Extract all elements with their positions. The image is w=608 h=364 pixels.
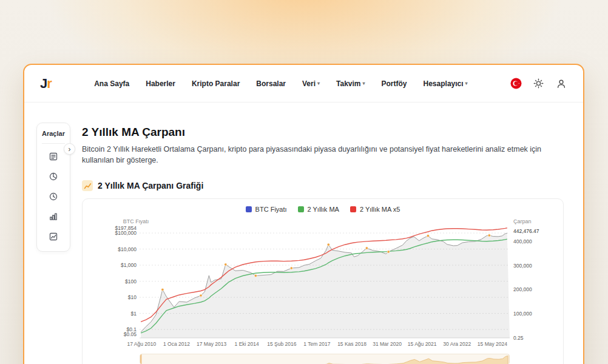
svg-text:$1,000: $1,000 <box>121 262 137 268</box>
line-chart-icon[interactable] <box>37 226 70 246</box>
svg-text:400,000: 400,000 <box>513 238 532 244</box>
svg-text:1 Oca 2012: 1 Oca 2012 <box>163 341 190 347</box>
nav-takvim-label: Takvim <box>336 79 360 88</box>
nav-hesaplayici[interactable]: Hesaplayıcı▾ <box>424 79 468 88</box>
legend-btc-price[interactable]: BTC Fiyatı <box>246 206 287 213</box>
nav-portfoy[interactable]: Portföy <box>382 79 407 88</box>
logo-accent-letter: r <box>47 76 52 91</box>
svg-text:$100: $100 <box>125 278 137 285</box>
page-title: 2 Yıllık MA Çarpanı <box>82 126 564 139</box>
svg-text:17 May 2013: 17 May 2013 <box>197 341 226 347</box>
sidebar-expand-button[interactable]: › <box>64 143 75 155</box>
nav-ana-sayfa[interactable]: Ana Sayfa <box>94 79 129 88</box>
svg-text:31 Mar 2020: 31 Mar 2020 <box>373 341 402 347</box>
svg-text:17 Ağu 2010: 17 Ağu 2010 <box>127 341 157 347</box>
svg-text:Çarpan: Çarpan <box>513 220 532 224</box>
svg-text:$10: $10 <box>128 294 137 300</box>
app-window: Jr Ana Sayfa Haberler Kripto Paralar Bor… <box>23 64 584 364</box>
chart-section-title: 2 Yıllık MA Çarpanı Grafiği <box>98 181 203 190</box>
chevron-down-icon: ▾ <box>317 81 320 86</box>
legend-swatch <box>350 206 356 212</box>
svg-text:200,000: 200,000 <box>513 286 532 292</box>
page-description: Bitcoin 2 Yıllık Hareketli Ortalama Çarp… <box>82 144 564 166</box>
svg-text:$1: $1 <box>131 311 137 317</box>
svg-text:100,000: 100,000 <box>513 311 532 317</box>
svg-text:300,000: 300,000 <box>513 263 532 269</box>
legend-2y-ma[interactable]: 2 Yıllık MA <box>298 206 339 213</box>
logo-dark-letter: J <box>40 76 47 91</box>
chart-card: BTC Fiyatı 2 Yıllık MA 2 Yıllık MA x5 BT… <box>82 198 564 364</box>
nav-haberler[interactable]: Haberler <box>146 79 175 88</box>
turkish-flag-icon[interactable] <box>510 78 522 90</box>
divider <box>42 143 65 144</box>
chart-section-icon <box>82 180 93 191</box>
sidebar-title: Araçlar <box>37 123 70 143</box>
tools-sidebar: Araçlar › <box>36 123 70 252</box>
svg-text:15 Şub 2016: 15 Şub 2016 <box>267 341 296 347</box>
legend-label: 2 Yıllık MA <box>308 206 339 213</box>
legend-swatch <box>298 206 304 212</box>
navbar-actions <box>510 78 567 90</box>
main-content: 2 Yıllık MA Çarpanı Bitcoin 2 Yıllık Har… <box>82 103 564 364</box>
nav-takvim[interactable]: Takvim▾ <box>336 79 365 88</box>
chevron-down-icon: ▾ <box>465 81 468 86</box>
svg-text:15 Ağu 2021: 15 Ağu 2021 <box>408 341 437 347</box>
nav-borsalar[interactable]: Borsalar <box>256 79 286 88</box>
navbar: Jr Ana Sayfa Haberler Kripto Paralar Bor… <box>24 65 583 103</box>
svg-text:$0.05: $0.05 <box>124 331 137 337</box>
main-nav: Ana Sayfa Haberler Kripto Paralar Borsal… <box>94 79 467 88</box>
legend-label: BTC Fiyatı <box>255 206 287 213</box>
svg-text:15 May 2024: 15 May 2024 <box>478 341 507 347</box>
nav-veri[interactable]: Veri▾ <box>302 79 320 88</box>
svg-text:30 Ara 2022: 30 Ara 2022 <box>443 341 471 347</box>
user-icon[interactable] <box>555 78 567 90</box>
svg-text:15 Kas 2018: 15 Kas 2018 <box>337 341 366 347</box>
svg-text:BTC Fiyatı: BTC Fiyatı <box>123 220 149 224</box>
bar-chart-icon[interactable] <box>37 206 70 226</box>
svg-text:442,476.47: 442,476.47 <box>513 228 539 234</box>
pie-chart-icon[interactable] <box>37 166 70 186</box>
legend-swatch <box>246 206 252 212</box>
svg-text:$100,000: $100,000 <box>115 230 137 236</box>
svg-text:1 Tem 2017: 1 Tem 2017 <box>303 341 331 347</box>
legend-2y-ma-x5[interactable]: 2 Yıllık MA x5 <box>350 206 400 213</box>
svg-text:0.25: 0.25 <box>513 335 524 341</box>
chart-legend: BTC Fiyatı 2 Yıllık MA 2 Yıllık MA x5 <box>88 204 558 215</box>
history-clock-icon[interactable] <box>37 186 70 206</box>
chevron-down-icon: ▾ <box>363 81 365 86</box>
theme-sun-icon[interactable] <box>533 78 545 90</box>
nav-kripto-paralar[interactable]: Kripto Paralar <box>192 79 240 88</box>
chart-navigator[interactable] <box>140 354 510 364</box>
svg-text:$10,000: $10,000 <box>118 246 137 252</box>
nav-veri-label: Veri <box>302 79 316 88</box>
chart-section-header: 2 Yıllık MA Çarpanı Grafiği <box>82 180 564 191</box>
ma-multiplier-chart[interactable]: BTC FiyatıÇarpan$197,854$100,000$10,000$… <box>88 220 561 350</box>
legend-label: 2 Yıllık MA x5 <box>360 206 400 213</box>
svg-text:1 Eki 2014: 1 Eki 2014 <box>235 341 259 347</box>
logo[interactable]: Jr <box>40 76 52 92</box>
nav-hesaplayici-label: Hesaplayıcı <box>424 79 464 88</box>
